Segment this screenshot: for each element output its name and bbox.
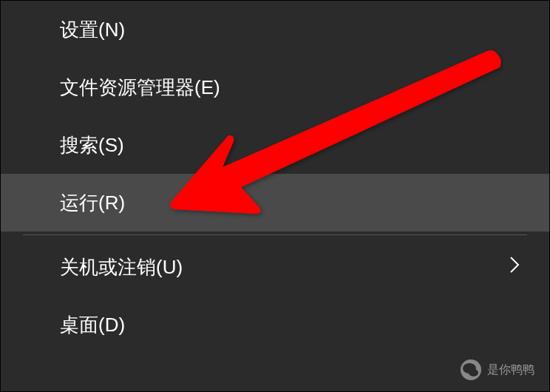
menu-item-run[interactable]: 运行(R)	[1, 174, 549, 232]
menu-item-file-explorer[interactable]: 文件资源管理器(E)	[1, 58, 549, 116]
menu-item-shutdown[interactable]: 关机或注销(U)	[1, 238, 549, 296]
wechat-icon	[461, 359, 481, 380]
context-menu: 设置(N) 文件资源管理器(E) 搜索(S) 运行(R) 关机或注销(U) 桌面…	[1, 1, 549, 391]
menu-item-desktop[interactable]: 桌面(D)	[1, 296, 549, 354]
menu-item-label: 关机或注销(U)	[60, 254, 183, 280]
watermark-text: 是你鸭鸭	[487, 362, 534, 378]
menu-item-label: 设置(N)	[60, 17, 125, 43]
menu-item-search[interactable]: 搜索(S)	[1, 116, 549, 174]
watermark: 是你鸭鸭	[461, 359, 534, 380]
menu-item-label: 桌面(D)	[60, 312, 125, 338]
menu-item-settings[interactable]: 设置(N)	[1, 1, 549, 58]
menu-item-label: 搜索(S)	[60, 132, 124, 158]
menu-item-label: 文件资源管理器(E)	[60, 75, 220, 101]
menu-item-label: 运行(R)	[60, 190, 125, 216]
menu-separator	[23, 234, 527, 235]
chevron-right-icon	[509, 255, 520, 279]
